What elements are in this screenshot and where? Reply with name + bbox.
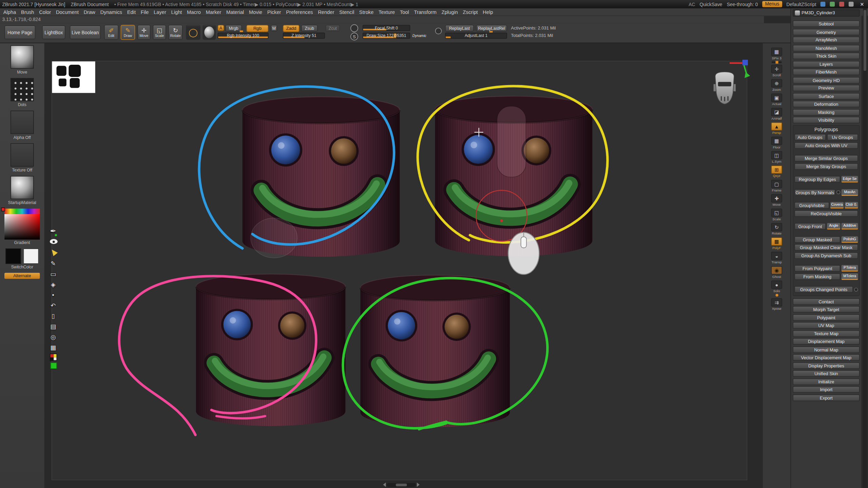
palette-vector-displacement-map[interactable]: Vector Displacement Map [793,354,860,361]
local-sym-button[interactable]: ◫L.Sym [769,151,784,164]
floor-button[interactable]: ▦Floor [769,137,784,149]
undo-icon[interactable]: ↶ [49,301,58,310]
palette-nanomesh[interactable]: NanoMesh [793,44,860,51]
additive-toggle[interactable]: Additive [842,223,858,230]
main-color-swatch[interactable] [5,248,21,264]
polyframe-button[interactable]: ▩PolyF [769,237,784,250]
texture-thumbnail[interactable] [11,143,34,167]
window-icon-blue[interactable] [821,2,826,7]
groups-by-normals-radio[interactable] [836,190,840,194]
saturation-value-box[interactable] [4,214,40,240]
window-icon-gray[interactable] [849,2,854,7]
merge-similar-groups-button[interactable]: Merge Similar Groups [794,155,858,162]
adjust-last-slider[interactable]: AdjustLast 1 [445,33,507,39]
hue-bar[interactable] [4,209,40,214]
live-boolean-button[interactable]: Live Boolean [70,25,101,39]
menu-zplugin[interactable]: Zplugin [441,9,458,15]
angle-slider[interactable]: Angle [827,223,840,230]
coverage-slider[interactable]: Covera [830,202,844,209]
secondary-color-swatch[interactable] [23,248,39,264]
palette-uv-map[interactable]: UV Map [793,322,860,329]
rotate-mode-button[interactable]: ↻ Rotate [168,25,182,40]
aahalf-button[interactable]: ◪AAHalf [769,108,784,121]
stroke-gear-icon[interactable] [435,28,442,35]
stroke-s-icon[interactable]: S [350,33,358,40]
xpose-button[interactable]: ⇉Xpose [769,298,784,311]
menu-transform[interactable]: Transform [414,9,436,15]
trash-icon[interactable]: ▯ [49,311,58,320]
cluster-slider[interactable]: Clstr 0. [845,202,858,209]
auto-groups-button[interactable]: Auto Groups [794,134,826,141]
zsub-button[interactable]: Zsub [301,25,318,32]
quicksave-button[interactable]: QuickSave [699,1,722,7]
current-alpha-button[interactable]: ◯ [186,25,200,40]
menu-color[interactable]: Color [39,9,51,15]
stroke-thumbnail-move[interactable] [11,45,34,69]
scroll-left-arrow[interactable] [383,483,386,487]
palette-import[interactable]: Import [793,386,860,393]
menu-tool[interactable]: Tool [400,9,409,15]
regroup-visible-button[interactable]: ReGroupVisible [794,210,858,217]
color-picker[interactable] [4,209,40,240]
rgb-intensity-slider[interactable]: Rgb Intensity 100 [218,33,269,39]
menu-stencil[interactable]: Stencil [339,9,354,15]
see-through-slider[interactable]: See-through: 0 [727,1,758,7]
scroll-right-arrow[interactable] [417,483,419,487]
palette-export[interactable]: Export [793,394,860,401]
from-polypaint-button[interactable]: From Polypaint [794,265,841,272]
spix-control[interactable]: ▦ SPix 3 [769,47,784,63]
mask-tolerance-slider[interactable]: MTolera [842,273,858,280]
ghost-button[interactable]: ◉Ghost [769,266,784,279]
printer-icon[interactable]: ▤ [49,322,58,331]
groups-changed-points-button[interactable]: Groups Changed Points [794,286,853,293]
menu-document[interactable]: Document [56,9,79,15]
pen-tool-icon[interactable]: ✎ [49,259,58,268]
polish-groups-slider[interactable]: PolishG [842,236,858,243]
group-masked-clear-mask-button[interactable]: Group Masked Clear Mask [794,244,858,251]
scale3d-button[interactable]: ◱Scale [769,209,784,222]
polygroups-title[interactable]: Polygroups [794,127,858,133]
edge-smoothness-slider[interactable]: Edge Se [842,176,858,183]
palette-displacement-map[interactable]: Displacement Map [793,338,860,345]
current-material-button[interactable] [203,25,216,40]
palette-layers[interactable]: Layers [793,61,860,67]
spix-slider[interactable] [772,61,782,63]
menu-dynamics[interactable]: Dynamics [100,9,122,15]
scrollbar-thumb[interactable] [396,483,407,486]
menu-alpha[interactable]: Alpha [3,9,16,15]
palette-subtool[interactable]: Subtool [793,20,860,27]
active-annotation-color-swatch[interactable] [50,362,57,369]
canvas-3d-viewport[interactable] [44,43,763,488]
panel-scrollbar[interactable] [863,8,867,488]
cursor-tool-icon[interactable] [50,248,58,256]
alpha-thumbnail[interactable] [11,111,34,134]
notes-icon[interactable]: ▦ [49,343,58,352]
color-palette-icon[interactable] [50,353,57,361]
palette-masking[interactable]: Masking [793,109,860,116]
uv-groups-button[interactable]: Uv Groups [827,134,858,141]
menus-button[interactable]: Menus [762,1,782,7]
palette-thick-skin[interactable]: Thick Skin [793,53,860,59]
menu-layer[interactable]: Layer [154,9,166,15]
window-icon-red[interactable] [840,2,845,7]
replay-last-rel-button[interactable]: ReplayLastRel [476,25,507,32]
canvas-horizontal-scrollbar[interactable] [383,483,420,487]
from-masking-button[interactable]: From Masking [794,273,841,280]
alternate-button[interactable]: Alternate [4,273,40,279]
persp-button[interactable]: ▲Persp [769,122,784,135]
menu-picker[interactable]: Picker [267,9,281,15]
annotation-marker-icon[interactable]: ✒ [49,226,58,237]
palette-deformation[interactable]: Deformation [793,101,860,107]
palette-fibermesh[interactable]: FiberMesh [793,68,860,75]
menu-edit[interactable]: Edit [127,9,136,15]
lightbox-button[interactable]: LightBox [42,25,65,39]
palette-geometry-hd[interactable]: Geometry HD [793,77,860,83]
menu-brush[interactable]: Brush [21,9,34,15]
menu-macro[interactable]: Macro [187,9,201,15]
anchor-badge[interactable]: A [218,25,224,31]
auto-groups-with-uv-button[interactable]: Auto Groups With UV [794,142,858,149]
palette-texture-map[interactable]: Texture Map [793,330,860,337]
group-visible-button[interactable]: GroupVisible [794,202,829,209]
group-masked-button[interactable]: Group Masked [794,236,841,243]
menu-help[interactable]: Help [483,9,493,15]
